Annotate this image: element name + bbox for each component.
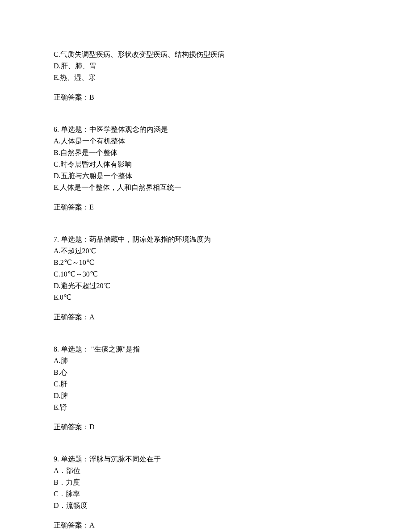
answer-label: 正确答案：E [54,202,357,213]
option-e: E.人体是一个整体，人和自然界相互统一 [54,182,357,193]
option-a: A．部位 [54,465,357,476]
question-stem: 6. 单选题：中医学整体观念的内涵是 [54,124,357,135]
question-5-tail: C.气质失调型疾病、形状改变型疾病、结构损伤型疾病 D.肝、肺、胃 E.热、湿、… [54,49,357,103]
option-d: D.脾 [54,390,357,401]
answer-label: 正确答案：B [54,92,357,103]
option-d: D．流畅度 [54,500,357,511]
option-c: C.时令晨昏对人体有影响 [54,159,357,170]
question-8: 8. 单选题： "生痰之源"是指 A.肺 B.心 C.肝 D.脾 E.肾 正确答… [54,344,357,432]
question-stem: 8. 单选题： "生痰之源"是指 [54,344,357,355]
option-c: C.肝 [54,379,357,390]
option-e: E.肾 [54,402,357,413]
option-d: D.肝、肺、胃 [54,61,357,71]
option-b: B.2℃～10℃ [54,257,357,268]
option-c: C.10℃～30℃ [54,269,357,280]
answer-label: 正确答案：A [54,520,357,531]
option-b: B.自然界是一个整体 [54,147,357,158]
answer-label: 正确答案：A [54,312,357,323]
option-b: B．力度 [54,477,357,488]
option-e: E.0℃ [54,292,357,303]
option-c: C.气质失调型疾病、形状改变型疾病、结构损伤型疾病 [54,49,357,60]
option-c: C．脉率 [54,489,357,499]
question-6: 6. 单选题：中医学整体观念的内涵是 A.人体是一个有机整体 B.自然界是一个整… [54,124,357,213]
option-d: D.避光不超过20℃ [54,281,357,291]
question-stem: 9. 单选题：浮脉与沉脉不同处在于 [54,454,357,465]
option-a: A.人体是一个有机整体 [54,136,357,147]
option-e: E.热、湿、寒 [54,72,357,83]
answer-label: 正确答案：D [54,422,357,432]
option-b: B.心 [54,367,357,378]
question-7: 7. 单选题：药品储藏中，阴凉处系指的环境温度为 A.不超过20℃ B.2℃～1… [54,234,357,323]
option-d: D.五脏与六腑是一个整体 [54,171,357,181]
option-a: A.不超过20℃ [54,246,357,256]
question-9: 9. 单选题：浮脉与沉脉不同处在于 A．部位 B．力度 C．脉率 D．流畅度 正… [54,454,357,531]
option-a: A.肺 [54,356,357,366]
question-stem: 7. 单选题：药品储藏中，阴凉处系指的环境温度为 [54,234,357,245]
